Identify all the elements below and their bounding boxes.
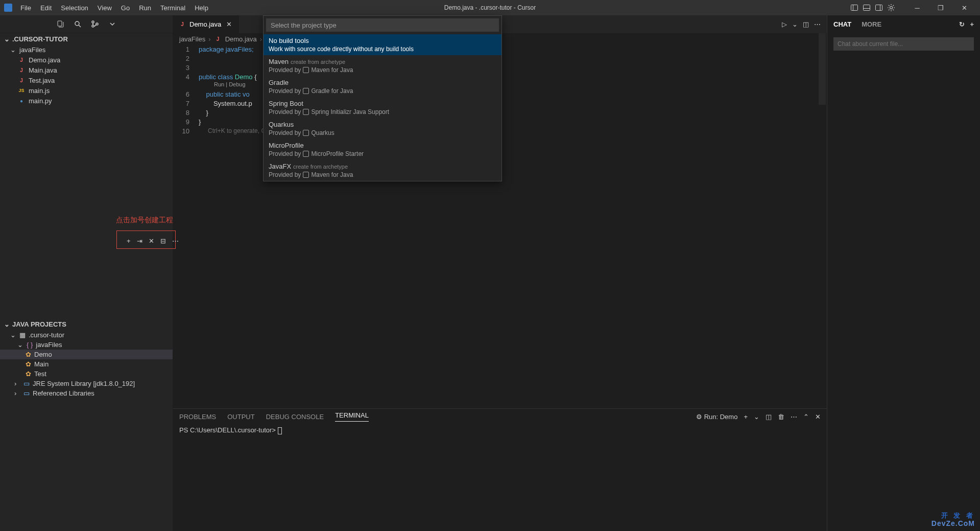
jp-jre[interactable]: › ▭ JRE System Library [jdk1.8.0_192]: [0, 379, 173, 388]
sidebar: ⌄ .CURSOR-TUTOR ⌄ javaFiles JDemo.javaJM…: [0, 15, 173, 531]
class-item[interactable]: ✿Test: [0, 369, 173, 379]
java-projects-header[interactable]: ⌄ JAVA PROJECTS: [0, 318, 173, 330]
library-icon: ▭: [23, 389, 30, 397]
library-icon: ▭: [23, 380, 30, 387]
class-item[interactable]: ✿Main: [0, 359, 173, 369]
more-icon[interactable]: ⋯: [814, 20, 821, 28]
tab-chat[interactable]: CHAT: [833, 20, 851, 28]
search-icon[interactable]: [74, 20, 82, 28]
panel-actions: ⚙ Run: Demo + ⌄ ◫ 🗑 ⋯ ⌃ ✕: [696, 413, 821, 421]
explorer-header[interactable]: ⌄ .CURSOR-TUTOR: [0, 33, 173, 45]
quickpick-item[interactable]: Spring BootProvided by Spring Initializr…: [264, 97, 501, 118]
quickpick-item[interactable]: JavaFXcreate from archetypeProvided by M…: [264, 160, 501, 181]
layout-bottom-icon[interactable]: [863, 4, 871, 12]
qp-item-title: Quarkus: [269, 121, 294, 128]
sync-icon[interactable]: ⇥: [137, 237, 142, 245]
terminal-dropdown-icon[interactable]: ⌄: [754, 413, 759, 421]
svg-line-9: [79, 25, 81, 27]
history-icon[interactable]: ↻: [959, 20, 965, 28]
class-item[interactable]: ✿Demo: [0, 350, 173, 359]
menu-selection[interactable]: Selection: [57, 2, 92, 14]
terminal-content[interactable]: PS C:\Users\DELL\.cursor-tutor>: [173, 424, 827, 436]
more-icon[interactable]: ⋯: [172, 237, 179, 245]
quickpick-item[interactable]: MicroProfileProvided by MicroProfile Sta…: [264, 139, 501, 160]
jp-root[interactable]: ⌄ ▦ .cursor-tutor: [0, 330, 173, 340]
close-panel-icon[interactable]: ✕: [815, 413, 821, 421]
menu-terminal[interactable]: Terminal: [156, 2, 189, 14]
class-label: Demo: [34, 351, 52, 358]
breadcrumb-file[interactable]: Demo.java: [225, 35, 257, 43]
file-icon: JS: [17, 86, 26, 95]
layout-right-icon[interactable]: [875, 4, 883, 12]
file-item[interactable]: JDemo.java: [0, 55, 173, 65]
add-project-icon[interactable]: +: [127, 237, 131, 245]
package-icon: { }: [27, 341, 33, 349]
chevron-down-icon[interactable]: [108, 20, 116, 28]
java-projects-label: JAVA PROJECTS: [12, 320, 66, 328]
close-icon[interactable]: ✕: [224, 20, 234, 28]
menu-run[interactable]: Run: [135, 2, 155, 14]
jp-package[interactable]: ⌄ { } javaFiles: [0, 340, 173, 350]
minimap[interactable]: [819, 33, 826, 105]
minimize-button[interactable]: ─: [905, 0, 929, 15]
maximize-panel-icon[interactable]: ⌃: [803, 413, 809, 421]
file-item[interactable]: JTest.java: [0, 75, 173, 85]
tab-more[interactable]: MORE: [862, 20, 881, 28]
source-control-icon[interactable]: [91, 20, 99, 28]
jp-ref-libs[interactable]: › ▭ Referenced Libraries: [0, 388, 173, 398]
file-item[interactable]: JSmain.js: [0, 85, 173, 96]
svg-point-10: [92, 21, 94, 23]
tab-problems[interactable]: PROBLEMS: [179, 413, 216, 421]
trash-icon[interactable]: 🗑: [778, 413, 784, 421]
split-terminal-icon[interactable]: ◫: [766, 413, 772, 421]
watermark: 开 发 者 DevZe.CoM: [931, 512, 975, 528]
class-icon: ✿: [26, 360, 31, 368]
new-chat-icon[interactable]: +: [970, 20, 974, 28]
file-label: Test.java: [29, 77, 55, 84]
quickpick-item[interactable]: No build toolsWork with source code dire…: [264, 34, 501, 55]
chat-input[interactable]: [833, 37, 974, 51]
layout-left-icon[interactable]: [850, 4, 858, 12]
split-editor-icon[interactable]: ◫: [803, 20, 809, 28]
run-dropdown-icon[interactable]: ⌄: [792, 20, 798, 28]
collapse-icon[interactable]: ⊟: [160, 237, 166, 245]
class-label: Main: [34, 360, 49, 368]
svg-point-11: [92, 25, 94, 27]
window-controls: ─ ❐ ✕: [905, 0, 976, 15]
breadcrumb-folder[interactable]: javaFiles: [179, 35, 205, 43]
menu-edit[interactable]: Edit: [36, 2, 56, 14]
file-item[interactable]: ●main.py: [0, 96, 173, 106]
tab-output[interactable]: OUTPUT: [227, 413, 254, 421]
chevron-right-icon: ›: [14, 380, 20, 387]
class-icon: ✿: [26, 351, 31, 358]
gear-icon[interactable]: [887, 4, 895, 12]
tab-terminal[interactable]: TERMINAL: [335, 411, 369, 422]
file-item[interactable]: JMain.java: [0, 65, 173, 75]
jp-jre-label: JRE System Library [jdk1.8.0_192]: [33, 380, 135, 387]
new-terminal-icon[interactable]: +: [744, 413, 748, 421]
svg-point-6: [890, 7, 893, 9]
qp-item-title: Gradle: [269, 79, 289, 86]
quickpick-item[interactable]: QuarkusProvided by Quarkus: [264, 118, 501, 139]
files-icon[interactable]: [56, 20, 64, 28]
qp-item-title: JavaFX: [269, 163, 291, 170]
maximize-button[interactable]: ❐: [929, 0, 952, 15]
menu-go[interactable]: Go: [117, 2, 134, 14]
quickpick-item[interactable]: GradleProvided by Gradle for Java: [264, 76, 501, 97]
tab-demo-java[interactable]: J Demo.java ✕: [173, 15, 240, 33]
run-icon[interactable]: ▷: [782, 20, 787, 28]
close-button[interactable]: ✕: [952, 0, 976, 15]
chevron-right-icon: ›: [208, 35, 210, 43]
run-config[interactable]: ⚙ Run: Demo: [696, 413, 738, 421]
menu-file[interactable]: File: [16, 2, 35, 14]
quickpick-item[interactable]: Mavencreate from archetypeProvided by Ma…: [264, 55, 501, 76]
quickpick-input[interactable]: [266, 18, 499, 32]
menu-help[interactable]: Help: [190, 2, 212, 14]
class-icon: ✿: [26, 370, 31, 378]
file-label: main.js: [29, 87, 50, 95]
build-icon[interactable]: ✕: [149, 237, 154, 245]
more-icon[interactable]: ⋯: [791, 413, 797, 421]
tab-debug-console[interactable]: DEBUG CONSOLE: [266, 413, 324, 421]
menu-view[interactable]: View: [93, 2, 116, 14]
folder-javafiles[interactable]: ⌄ javaFiles: [0, 45, 173, 55]
